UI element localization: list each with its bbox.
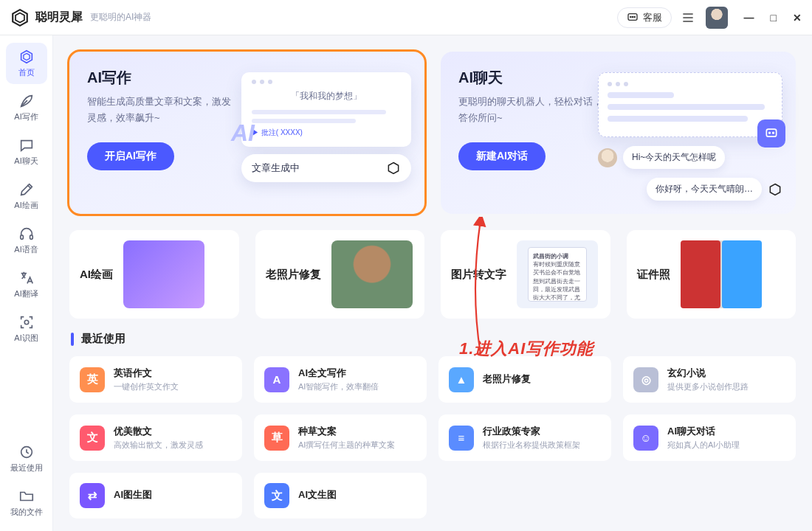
sidebar-item-ocr[interactable]: AI识图 xyxy=(6,308,47,350)
brand-icon xyxy=(10,8,30,27)
svg-marker-1 xyxy=(16,13,24,22)
tool-thumb xyxy=(331,240,413,308)
card-sub: 根据行业名称提供政策框架 xyxy=(483,440,580,451)
sidebar-item-files[interactable]: 我的文件 xyxy=(6,482,47,524)
card-title: 玄幻小说 xyxy=(667,367,749,380)
start-writing-button[interactable]: 开启AI写作 xyxy=(87,142,174,170)
home-icon xyxy=(18,49,35,65)
hero-desc: 智能生成高质量文章和文案，激发灵感，效率飙升~ xyxy=(87,94,235,126)
svg-rect-12 xyxy=(20,235,23,240)
card-title: AI全文写作 xyxy=(298,367,379,380)
new-chat-button[interactable]: 新建AI对话 xyxy=(458,142,546,170)
chat-float-icon xyxy=(757,119,785,148)
svg-marker-20 xyxy=(770,184,780,195)
card-sub: AI智能写作，效率翻倍 xyxy=(298,381,379,392)
recent-card[interactable]: ⇄AI图生图 xyxy=(69,473,242,518)
card-icon: ⇄ xyxy=(80,483,105,508)
tool-card-restore[interactable]: 老照片修复 xyxy=(255,230,425,319)
headphones-icon xyxy=(18,226,35,242)
recent-card[interactable]: ▲老照片修复 xyxy=(438,356,611,403)
card-title: AI文生图 xyxy=(298,488,337,502)
card-icon: 文 xyxy=(80,426,105,451)
sidebar-label: AI翻译 xyxy=(14,288,38,299)
recent-card[interactable]: 文AI文生图 xyxy=(254,473,427,518)
card-icon: ≡ xyxy=(449,426,474,451)
sidebar-label: 我的文件 xyxy=(10,507,43,518)
svg-point-18 xyxy=(769,132,771,133)
recent-card[interactable]: ≡行业政策专家根据行业名称提供政策框架 xyxy=(438,414,611,461)
sidebar-label: AI写作 xyxy=(14,111,38,122)
window-controls: — □ ✕ xyxy=(744,12,802,24)
tool-thumb xyxy=(681,240,762,308)
chat-icon xyxy=(18,137,35,153)
svg-rect-13 xyxy=(30,235,32,240)
chat-bubble: 你好呀，今天天气晴朗… xyxy=(647,178,762,201)
card-icon: 草 xyxy=(264,426,289,451)
doc-title: 武昌街的小调 xyxy=(533,253,568,260)
sidebar-item-chat[interactable]: AI聊天 xyxy=(6,131,47,173)
sidebar-label: AI聊天 xyxy=(14,156,38,167)
card-sub: 宛如真人的AI小助理 xyxy=(667,440,740,451)
sidebar-item-draw[interactable]: AI绘画 xyxy=(6,176,47,217)
hero-card-chat[interactable]: AI聊天 更聪明的聊天机器人，轻松对话，答你所问~ 新建AI对话 Hi~今天的天… xyxy=(441,52,796,214)
customer-service-button[interactable]: 客服 xyxy=(617,7,672,28)
scan-icon xyxy=(18,314,35,330)
recent-card[interactable]: 草种草文案AI撰写任何主题的种草文案 xyxy=(254,414,427,461)
window-close-button[interactable]: ✕ xyxy=(793,12,802,24)
main-area: AI写作 智能生成高质量文章和文案，激发灵感，效率飙升~ 开启AI写作 AI 「… xyxy=(53,35,812,531)
svg-point-14 xyxy=(24,320,29,324)
svg-rect-17 xyxy=(766,129,776,136)
tool-title: 证件照 xyxy=(637,268,670,282)
sidebar-item-voice[interactable]: AI语音 xyxy=(6,220,47,261)
recent-card[interactable]: 英英语作文一键创作英文作文 xyxy=(69,356,242,403)
svg-marker-9 xyxy=(21,51,32,63)
svg-marker-16 xyxy=(388,163,398,174)
hamburger-icon[interactable] xyxy=(681,10,695,25)
titlebar: 聪明灵犀 更聪明的AI神器 客服 — □ ✕ xyxy=(0,0,812,35)
tool-card-draw[interactable]: AI绘画 xyxy=(69,230,239,319)
card-title: 老照片修复 xyxy=(483,372,531,386)
recent-card[interactable]: ☺AI聊天对话宛如真人的AI小助理 xyxy=(623,414,796,461)
card-icon: ☺ xyxy=(633,426,658,451)
card-title: 英语作文 xyxy=(114,367,179,380)
svg-point-5 xyxy=(634,16,635,17)
hero-card-writing[interactable]: AI写作 智能生成高质量文章和文案，激发灵感，效率飙升~ 开启AI写作 AI 「… xyxy=(69,52,424,214)
mock-annotation: ▶ 批注( XXXX) xyxy=(252,128,401,138)
brush-icon xyxy=(18,181,35,198)
avatar[interactable] xyxy=(706,7,728,29)
tool-thumb xyxy=(123,240,204,308)
recent-card[interactable]: AAI全文写作AI智能写作，效率翻倍 xyxy=(254,356,427,403)
card-icon: ◎ xyxy=(633,367,658,392)
svg-point-19 xyxy=(773,132,774,133)
mock-quote: 「我和我的梦想」 xyxy=(252,90,401,103)
feather-icon xyxy=(18,93,35,109)
annotation-arrow xyxy=(480,217,481,354)
brand-subtitle: 更聪明的AI神器 xyxy=(90,11,151,24)
history-icon xyxy=(18,444,35,460)
sidebar-item-writing[interactable]: AI写作 xyxy=(6,87,47,128)
sidebar-label: AI绘画 xyxy=(14,200,38,211)
ai-badge: AI xyxy=(231,119,255,147)
sidebar: 首页 AI写作 AI聊天 AI绘画 AI语音 AI翻译 AI识图 最 xyxy=(0,35,53,531)
window-minimize-button[interactable]: — xyxy=(744,12,754,24)
recent-card[interactable]: ◎玄幻小说提供更多小说创作思路 xyxy=(623,356,796,403)
hero-mock-preview: Hi~今天的天气怎样呢 你好呀，今天天气晴朗… xyxy=(598,72,782,201)
translate-icon xyxy=(18,270,35,286)
tool-title: AI绘画 xyxy=(80,268,113,282)
window-maximize-button[interactable]: □ xyxy=(771,12,777,24)
sidebar-item-home[interactable]: 首页 xyxy=(6,43,47,84)
sidebar-item-recent[interactable]: 最近使用 xyxy=(6,438,47,479)
recent-card[interactable]: 文优美散文高效输出散文，激发灵感 xyxy=(69,414,242,461)
tool-thumb: 武昌街的小调 有时候到重庆随意买书总会不自觉地想到武昌街去走一回，最近发现武昌街… xyxy=(517,240,598,308)
tool-card-idphoto[interactable]: 证件照 xyxy=(627,230,796,319)
card-title: 优美散文 xyxy=(114,425,203,438)
card-title: AI聊天对话 xyxy=(667,425,740,438)
card-sub: AI撰写任何主题的种草文案 xyxy=(298,440,395,451)
card-title: 种草文案 xyxy=(298,425,395,438)
tool-card-ocr[interactable]: 图片转文字 武昌街的小调 有时候到重庆随意买书总会不自觉地想到武昌街去走一回，最… xyxy=(441,230,610,319)
svg-point-4 xyxy=(632,16,633,17)
brand-name: 聪明灵犀 xyxy=(35,10,83,25)
chat-bubble: Hi~今天的天气怎样呢 xyxy=(623,146,725,169)
sidebar-label: 首页 xyxy=(18,67,35,78)
sidebar-item-translate[interactable]: AI翻译 xyxy=(6,264,47,305)
